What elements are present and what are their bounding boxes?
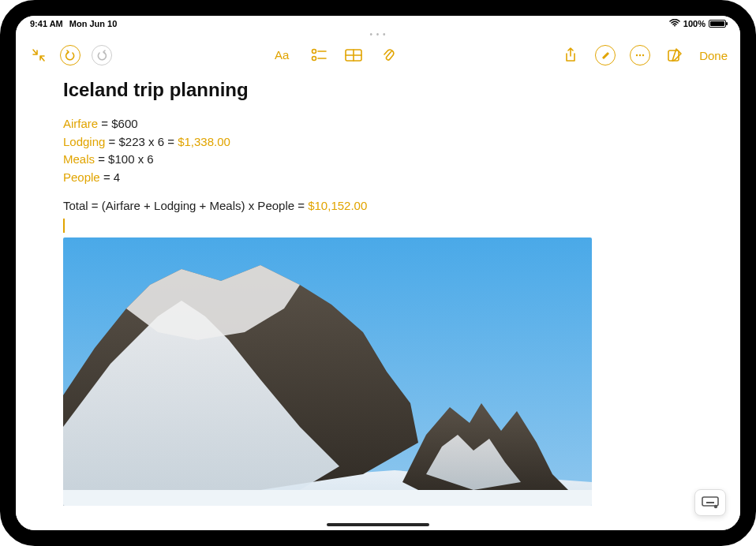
svg-point-10 [639, 54, 641, 56]
svg-rect-14 [63, 490, 592, 506]
note-body[interactable]: Iceland trip planning Airfare = $600 Lod… [16, 73, 740, 530]
home-indicator[interactable] [327, 523, 429, 526]
multitask-dots[interactable]: • • • [16, 30, 740, 38]
note-line[interactable]: Airfare = $600 [63, 115, 693, 133]
text: Total = (Airfare + Lodging + Meals) x Pe… [63, 199, 308, 212]
math-result: $10,152.00 [308, 199, 367, 212]
note-line[interactable]: Lodging = $223 x 6 = $1,338.00 [63, 133, 693, 151]
text-cursor [63, 219, 65, 233]
keyboard-toggle-button[interactable] [694, 489, 726, 516]
ipad-frame: 9:41 AM Mon Jun 10 100% • • • [0, 0, 756, 546]
note-title[interactable]: Iceland trip planning [63, 79, 693, 101]
share-button[interactable] [560, 45, 581, 65]
collapse-icon[interactable] [28, 45, 49, 65]
battery-icon [709, 20, 726, 28]
status-bar: 9:41 AM Mon Jun 10 100% [16, 16, 740, 32]
variable: Lodging [63, 135, 105, 148]
redo-button[interactable] [92, 45, 112, 65]
format-group: Aa [274, 45, 399, 65]
attachment-button[interactable] [378, 45, 399, 65]
done-button[interactable]: Done [699, 49, 728, 62]
note-line[interactable]: Total = (Airfare + Lodging + Meals) x Pe… [63, 197, 693, 215]
text: = $223 x 6 = [105, 135, 178, 148]
markup-button[interactable] [595, 45, 616, 65]
svg-point-9 [636, 54, 638, 56]
svg-point-4 [313, 57, 316, 61]
svg-point-2 [313, 50, 316, 54]
battery-percent: 100% [683, 19, 705, 28]
more-button[interactable] [630, 45, 650, 65]
action-group: Done [560, 45, 728, 65]
wifi-icon [669, 19, 680, 28]
variable: People [63, 170, 100, 184]
undo-button[interactable] [60, 45, 80, 65]
status-date: Mon Jun 10 [69, 19, 118, 28]
svg-point-0 [674, 25, 676, 27]
table-button[interactable] [343, 45, 364, 65]
screen: 9:41 AM Mon Jun 10 100% • • • [16, 16, 740, 530]
status-time: 9:41 AM [30, 19, 63, 28]
svg-point-21 [714, 505, 717, 508]
text: = $100 x 6 [95, 152, 154, 166]
toolbar: Aa [16, 38, 740, 73]
text: = 4 [100, 170, 120, 184]
note-line[interactable]: People = 4 [63, 169, 693, 187]
svg-point-11 [642, 54, 644, 56]
math-result: $1,338.00 [178, 135, 230, 148]
svg-text:Aa: Aa [275, 48, 290, 62]
compose-button[interactable] [664, 45, 685, 65]
variable: Meals [63, 152, 95, 166]
svg-rect-15 [702, 497, 718, 506]
text: = $600 [98, 117, 137, 130]
note-line[interactable]: Meals = $100 x 6 [63, 151, 693, 169]
text-format-button[interactable]: Aa [274, 45, 294, 65]
attached-photo[interactable] [63, 237, 592, 506]
variable: Airfare [63, 117, 98, 130]
checklist-button[interactable] [309, 45, 329, 65]
